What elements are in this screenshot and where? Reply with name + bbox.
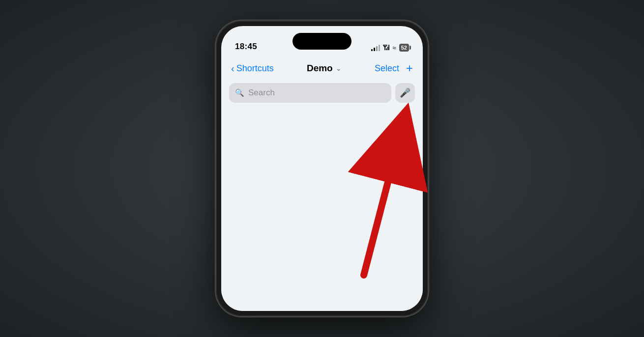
dynamic-island — [293, 33, 351, 50]
search-placeholder: Search — [248, 88, 275, 98]
content-area — [221, 107, 423, 311]
signal-icon — [371, 44, 380, 51]
nav-actions: Select + — [375, 62, 413, 74]
status-icons: 📶︎ ≈ 52 — [371, 44, 409, 52]
select-button[interactable]: Select — [375, 63, 399, 74]
wifi-icon: 📶︎ — [383, 44, 390, 52]
search-bar-container: 🔍 Search 🎤 — [229, 83, 415, 103]
search-icon: 🔍 — [235, 88, 244, 97]
battery-level: 52 — [401, 45, 407, 51]
mic-button[interactable]: 🎤 — [395, 83, 415, 103]
nav-title-chevron-icon: ⌄ — [336, 64, 342, 72]
scene: 18:45 📶︎ ≈ 52 — [0, 0, 644, 337]
nav-bar: ‹ Shortcuts Demo ⌄ Select + — [221, 56, 423, 81]
nav-title-text: Demo — [307, 63, 333, 74]
add-button[interactable]: + — [406, 62, 413, 74]
wifi-symbol: ≈ — [393, 44, 396, 52]
phone: 18:45 📶︎ ≈ 52 — [216, 21, 428, 316]
search-bar[interactable]: 🔍 Search — [229, 83, 391, 103]
back-chevron-icon: ‹ — [231, 63, 234, 74]
battery-indicator: 52 — [399, 44, 409, 52]
nav-title[interactable]: Demo ⌄ — [307, 63, 342, 74]
mic-icon: 🎤 — [400, 87, 410, 98]
back-label: Shortcuts — [236, 63, 274, 74]
status-time: 18:45 — [235, 42, 257, 52]
screen: 18:45 📶︎ ≈ 52 — [221, 26, 423, 311]
back-button[interactable]: ‹ Shortcuts — [231, 63, 274, 74]
